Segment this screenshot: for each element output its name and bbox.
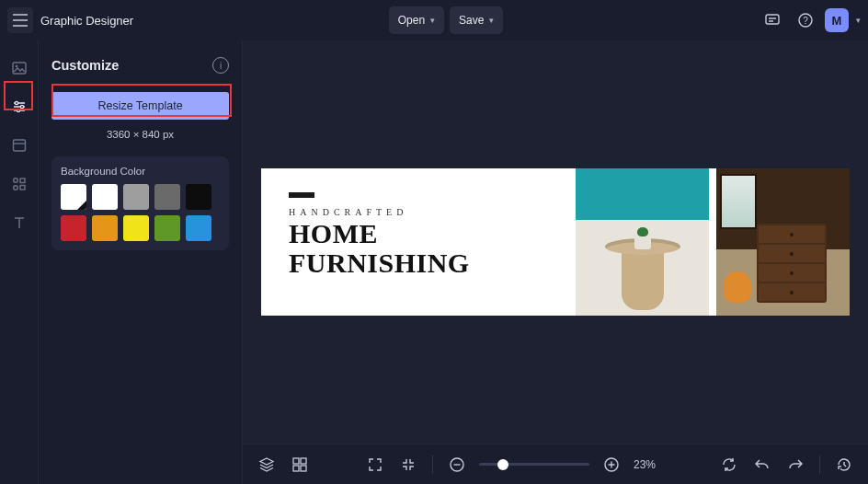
- collapse-icon: [401, 457, 416, 472]
- svg-point-4: [15, 65, 17, 68]
- swatch-white[interactable]: [92, 184, 118, 210]
- resize-label: Resize Template: [97, 99, 182, 112]
- avatar[interactable]: M: [825, 8, 849, 32]
- template-dimensions: 3360 × 840 px: [51, 129, 229, 140]
- svg-point-5: [15, 101, 17, 104]
- undo-button[interactable]: [751, 454, 773, 476]
- help-icon: ?: [797, 12, 814, 29]
- resize-template-button[interactable]: Resize Template: [51, 92, 229, 120]
- design-tagline[interactable]: HANDCRAFTED: [289, 207, 576, 217]
- zoom-out-button[interactable]: [446, 454, 468, 476]
- account-chevron-icon[interactable]: ▾: [856, 16, 861, 25]
- image-icon: [11, 60, 28, 76]
- rail-image-tool[interactable]: [6, 55, 32, 81]
- feedback-button[interactable]: [759, 6, 786, 34]
- fit-button[interactable]: [397, 454, 419, 476]
- design-headline[interactable]: HOME FURNISHING: [289, 219, 576, 277]
- design-text-block[interactable]: HANDCRAFTED HOME FURNISHING: [261, 168, 576, 316]
- info-button[interactable]: i: [212, 57, 229, 74]
- swatch-green[interactable]: [154, 215, 180, 241]
- rail-customize-tool[interactable]: [6, 94, 32, 120]
- accent-bar: [289, 192, 314, 198]
- svg-rect-3: [13, 63, 26, 74]
- zoom-in-button[interactable]: [600, 454, 622, 476]
- swatch-black[interactable]: [186, 184, 211, 210]
- history-button[interactable]: [833, 454, 855, 476]
- hamburger-icon: [13, 14, 28, 27]
- svg-rect-0: [766, 15, 779, 24]
- svg-point-6: [20, 105, 23, 108]
- chevron-down-icon: ▾: [489, 16, 494, 25]
- open-button[interactable]: Open ▾: [389, 6, 444, 34]
- swatch-grey[interactable]: [123, 184, 149, 210]
- bg-color-label: Background Color: [61, 166, 220, 177]
- menu-button[interactable]: [7, 7, 33, 33]
- canvas[interactable]: HANDCRAFTED HOME FURNISHING: [243, 40, 868, 444]
- svg-rect-13: [293, 458, 299, 464]
- expand-icon: [368, 457, 383, 472]
- separator: [819, 455, 820, 474]
- rail-text-tool[interactable]: [6, 210, 32, 236]
- svg-rect-15: [293, 466, 299, 471]
- svg-point-11: [13, 186, 17, 190]
- chevron-down-icon: ▾: [430, 16, 435, 25]
- svg-point-9: [13, 179, 17, 183]
- swatch-yellow[interactable]: [123, 215, 149, 241]
- redo-icon: [787, 456, 804, 473]
- layers-icon: [258, 456, 275, 473]
- reset-button[interactable]: [718, 454, 740, 476]
- swatch-orange[interactable]: [92, 215, 118, 241]
- background-color-group: Background Color: [51, 156, 229, 250]
- zoom-percentage[interactable]: 23%: [634, 458, 665, 471]
- layout-icon: [11, 137, 28, 154]
- rail-elements-tool[interactable]: [6, 171, 32, 197]
- headline-line-1: HOME: [289, 219, 576, 248]
- svg-rect-8: [13, 140, 25, 151]
- svg-point-7: [17, 109, 19, 111]
- plus-circle-icon: [603, 456, 620, 473]
- sync-icon: [721, 456, 737, 473]
- layers-button[interactable]: [256, 454, 278, 476]
- fullscreen-button[interactable]: [364, 454, 386, 476]
- swatch-custom[interactable]: [61, 184, 86, 210]
- panel-title: Customize: [51, 58, 119, 73]
- help-button[interactable]: ?: [792, 6, 819, 34]
- text-icon: [11, 214, 28, 231]
- headline-line-2: FURNISHING: [289, 248, 576, 278]
- grid-icon: [292, 457, 307, 472]
- undo-icon: [754, 456, 771, 473]
- svg-rect-10: [20, 179, 25, 183]
- swatch-blue[interactable]: [186, 215, 211, 241]
- chat-icon: [764, 12, 781, 29]
- save-button[interactable]: Save ▾: [450, 6, 503, 34]
- svg-text:?: ?: [803, 16, 808, 26]
- minus-circle-icon: [449, 456, 465, 473]
- shapes-icon: [11, 176, 28, 192]
- app-title: Graphic Designer: [40, 14, 133, 28]
- swatch-darkgrey[interactable]: [154, 184, 180, 210]
- zoom-slider-thumb[interactable]: [497, 459, 508, 470]
- design-photo-1[interactable]: [576, 168, 709, 316]
- sliders-icon: [11, 98, 28, 115]
- rail-template-tool[interactable]: [6, 133, 32, 158]
- open-label: Open: [398, 14, 425, 27]
- separator: [432, 455, 433, 474]
- zoom-slider[interactable]: [479, 463, 589, 466]
- svg-rect-16: [301, 466, 306, 471]
- design-photo-2[interactable]: [716, 168, 850, 316]
- svg-rect-14: [301, 458, 306, 464]
- design-artboard[interactable]: HANDCRAFTED HOME FURNISHING: [261, 168, 850, 316]
- save-label: Save: [459, 14, 484, 27]
- svg-rect-12: [20, 186, 25, 190]
- grid-button[interactable]: [289, 454, 311, 476]
- redo-button[interactable]: [784, 454, 806, 476]
- swatch-red[interactable]: [61, 215, 86, 241]
- history-icon: [836, 456, 852, 473]
